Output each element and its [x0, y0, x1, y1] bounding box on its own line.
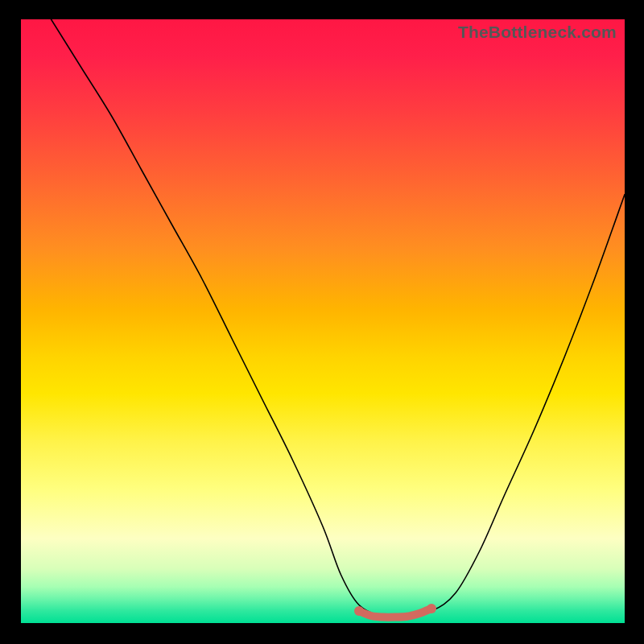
plot-area: TheBottleneck.com [21, 19, 625, 623]
svg-point-0 [354, 606, 364, 616]
bottleneck-curve [21, 19, 625, 623]
chart-frame: TheBottleneck.com [0, 0, 644, 644]
svg-point-1 [427, 604, 436, 613]
